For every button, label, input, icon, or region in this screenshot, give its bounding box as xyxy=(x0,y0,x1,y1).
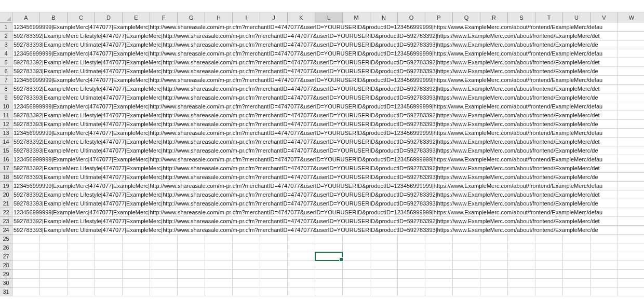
row-cells[interactable]: 592783392|ExampleMerc Lifestyle|4747077|… xyxy=(12,190,644,199)
row-cells[interactable]: 123456999999|ExampleMerc|4747077|Example… xyxy=(12,102,644,111)
row-cells[interactable]: 592783393|ExampleMerc Ultimate|4747077|E… xyxy=(12,67,644,76)
row-header[interactable]: 27 xyxy=(0,252,12,261)
row-header[interactable]: 25 xyxy=(0,235,12,243)
column-header-k[interactable]: K xyxy=(288,12,315,23)
column-header-v[interactable]: V xyxy=(591,12,618,23)
row-header[interactable]: 26 xyxy=(0,243,12,252)
row-header[interactable]: 9 xyxy=(0,93,12,102)
column-header-w[interactable]: W xyxy=(618,12,644,23)
row-header[interactable]: 30 xyxy=(0,279,12,288)
column-header-d[interactable]: D xyxy=(95,12,123,23)
row-header[interactable]: 6 xyxy=(0,67,12,76)
column-header-i[interactable]: I xyxy=(233,12,260,23)
column-header-q[interactable]: Q xyxy=(453,12,480,23)
row-header[interactable]: 3 xyxy=(0,40,12,49)
row-header[interactable]: 10 xyxy=(0,102,12,111)
row-header[interactable]: 8 xyxy=(0,85,12,93)
row-cells[interactable]: 592783392|ExampleMerc Lifestyle|4747077|… xyxy=(12,32,644,40)
row-header[interactable]: 21 xyxy=(0,199,12,208)
column-header-j[interactable]: J xyxy=(260,12,288,23)
row-cells[interactable]: 123456999999|ExampleMerc|4747077|Example… xyxy=(12,208,644,217)
row-header[interactable]: 22 xyxy=(0,208,12,217)
column-header-h[interactable]: H xyxy=(205,12,233,23)
row-header[interactable]: 19 xyxy=(0,182,12,190)
row-header[interactable]: 13 xyxy=(0,129,12,138)
column-header-c[interactable]: C xyxy=(68,12,95,23)
row-cells[interactable]: 592783393|ExampleMerc Ultimate|4747077|E… xyxy=(12,173,644,182)
row-header[interactable]: 16 xyxy=(0,155,12,164)
column-header-e[interactable]: E xyxy=(123,12,150,23)
column-header-a[interactable]: A xyxy=(12,12,40,23)
column-header-l[interactable]: L xyxy=(315,12,343,23)
row-cells[interactable]: 592783392|ExampleMerc Lifestyle|4747077|… xyxy=(12,58,644,67)
cell-value: 592783392|ExampleMerc Lifestyle|4747077|… xyxy=(14,191,601,199)
row-cells[interactable]: 123456999999|ExampleMerc|4747077|Example… xyxy=(12,23,644,32)
column-header-m[interactable]: M xyxy=(343,12,370,23)
row-cells[interactable] xyxy=(12,261,644,270)
row: 5592783392|ExampleMerc Lifestyle|4747077… xyxy=(0,58,644,67)
column-header-n[interactable]: N xyxy=(370,12,398,23)
row-cells[interactable] xyxy=(12,243,644,252)
row-cells[interactable]: 592783393|ExampleMerc Ultimate|4747077|E… xyxy=(12,40,644,49)
column-header-u[interactable]: U xyxy=(563,12,591,23)
row-header[interactable]: 7 xyxy=(0,76,12,85)
row-cells[interactable]: 123456999999|ExampleMerc|4747077|Example… xyxy=(12,76,644,85)
row: 22123456999999|ExampleMerc|4747077|Examp… xyxy=(0,208,644,217)
cell-value: 123456999999|ExampleMerc|4747077|Example… xyxy=(14,50,603,58)
row: 14592783392|ExampleMerc Lifestyle|474707… xyxy=(0,138,644,146)
row: 11592783392|ExampleMerc Lifestyle|474707… xyxy=(0,111,644,120)
cell-value: 592783392|ExampleMerc Lifestyle|4747077|… xyxy=(14,217,601,225)
row-header[interactable]: 28 xyxy=(0,261,12,270)
row-header[interactable]: 15 xyxy=(0,146,12,155)
row-cells[interactable]: 592783392|ExampleMerc Lifestyle|4747077|… xyxy=(12,164,644,173)
row-header[interactable]: 31 xyxy=(0,288,12,296)
row: 29 xyxy=(0,270,644,279)
row-header[interactable]: 20 xyxy=(0,190,12,199)
column-header-f[interactable]: F xyxy=(150,12,178,23)
row-header[interactable]: 29 xyxy=(0,270,12,279)
row-header[interactable]: 1 xyxy=(0,23,12,32)
row-cells[interactable]: 592783392|ExampleMerc Lifestyle|4747077|… xyxy=(12,217,644,226)
row-header[interactable]: 4 xyxy=(0,49,12,58)
row-cells[interactable] xyxy=(12,270,644,279)
row-cells[interactable]: 123456999999|ExampleMerc|4747077|Example… xyxy=(12,155,644,164)
column-header-t[interactable]: T xyxy=(535,12,563,23)
row-cells[interactable]: 592783393|ExampleMerc Ultimate|4747077|E… xyxy=(12,226,644,235)
row-header[interactable]: 17 xyxy=(0,164,12,173)
row-cells[interactable]: 592783393|ExampleMerc Ultimate|4747077|E… xyxy=(12,199,644,208)
column-header-b[interactable]: B xyxy=(40,12,68,23)
row-cells[interactable]: 592783393|ExampleMerc Ultimate|4747077|E… xyxy=(12,93,644,102)
row-header[interactable]: 11 xyxy=(0,111,12,120)
row-cells[interactable]: 123456999999|ExampleMerc|4747077|Example… xyxy=(12,49,644,58)
row: 13123456999999|ExampleMerc|4747077|Examp… xyxy=(0,129,644,138)
row-cells[interactable] xyxy=(12,252,644,261)
row-header[interactable]: 18 xyxy=(0,173,12,182)
cell-value: 123456999999|ExampleMerc|4747077|Example… xyxy=(14,209,603,216)
row-header[interactable]: 23 xyxy=(0,217,12,226)
column-header-o[interactable]: O xyxy=(398,12,425,23)
column-header-g[interactable]: G xyxy=(178,12,205,23)
row-cells[interactable]: 592783393|ExampleMerc Ultimate|4747077|E… xyxy=(12,146,644,155)
row-cells[interactable] xyxy=(12,235,644,243)
row-cells[interactable]: 123456999999|ExampleMerc|4747077|Example… xyxy=(12,129,644,138)
grid-body[interactable]: 1123456999999|ExampleMerc|4747077|Exampl… xyxy=(0,23,644,296)
row-cells[interactable]: 592783392|ExampleMerc Lifestyle|4747077|… xyxy=(12,85,644,93)
row-cells[interactable]: 592783393|ExampleMerc Ultimate|4747077|E… xyxy=(12,120,644,129)
row-header[interactable]: 2 xyxy=(0,32,12,40)
row-cells[interactable] xyxy=(12,288,644,296)
select-all-triangle[interactable] xyxy=(0,12,12,22)
row-header[interactable]: 24 xyxy=(0,226,12,235)
cell-value: 123456999999|ExampleMerc|4747077|Example… xyxy=(14,23,603,31)
column-header-r[interactable]: R xyxy=(480,12,508,23)
column-header-p[interactable]: P xyxy=(425,12,453,23)
column-header-s[interactable]: S xyxy=(508,12,535,23)
row-cells[interactable]: 592783392|ExampleMerc Lifestyle|4747077|… xyxy=(12,111,644,120)
row-header[interactable]: 12 xyxy=(0,120,12,129)
row-cells[interactable]: 123456999999|ExampleMerc|4747077|Example… xyxy=(12,182,644,190)
row-cells[interactable]: 592783392|ExampleMerc Lifestyle|4747077|… xyxy=(12,138,644,146)
row-cells[interactable] xyxy=(12,279,644,288)
row-header[interactable]: 5 xyxy=(0,58,12,67)
row-header[interactable]: 14 xyxy=(0,138,12,146)
row: 21592783393|ExampleMerc Ultimate|4747077… xyxy=(0,199,644,208)
row: 26 xyxy=(0,243,644,252)
